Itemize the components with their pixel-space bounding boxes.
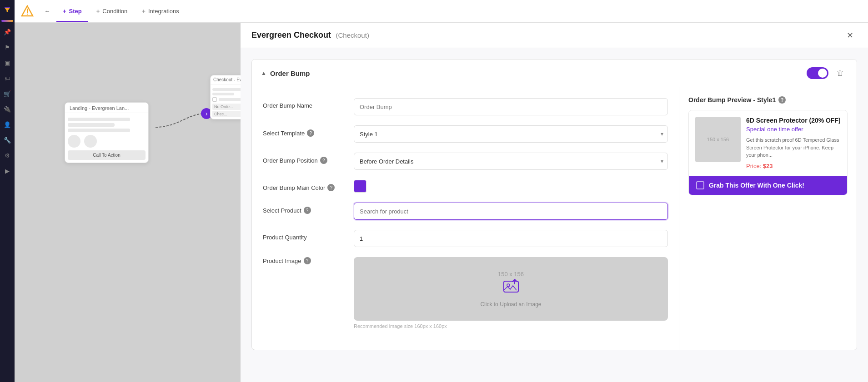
- landing-node-body: Call To Action: [65, 113, 148, 163]
- users-icon[interactable]: 👤: [1, 118, 14, 131]
- funnel-icon[interactable]: [1, 4, 14, 16]
- tag-icon[interactable]: 🏷: [1, 72, 14, 84]
- preview-offer-tag: Special one time offer: [746, 126, 841, 133]
- modal-body: ▲ Order Bump 🗑: [241, 48, 868, 382]
- order-bump-title-wrap: ▲ Order Bump: [261, 69, 310, 77]
- tab-integrations[interactable]: + Integrations: [135, 5, 186, 17]
- skeleton-line: [68, 129, 130, 132]
- canvas: ⚙ 👁 › Landing - Evergreen Lan... Call To…: [15, 23, 868, 382]
- select-template-dropdown[interactable]: Style 1 Style 2 Style 3: [354, 125, 668, 143]
- color-help-icon[interactable]: ?: [327, 184, 335, 191]
- template-help-icon[interactable]: ?: [307, 129, 314, 137]
- position-help-icon[interactable]: ?: [320, 157, 327, 164]
- image-size-hint: Recommended image size 160px x 160px: [354, 323, 668, 329]
- main-area: ← + Step + Condition + Integrations ⚙ 👁 …: [15, 0, 868, 382]
- upload-label: Click to Upload an Image: [480, 301, 541, 308]
- product-quantity-label: Product Quantity: [263, 230, 354, 241]
- select-template-label: Select Template ?: [263, 125, 354, 137]
- tab-step[interactable]: + Step: [56, 5, 88, 17]
- order-bump-color-label: Order Bump Main Color ?: [263, 180, 354, 191]
- puzzle-icon[interactable]: 🔌: [1, 103, 14, 115]
- delete-order-bump-button[interactable]: 🗑: [833, 66, 848, 80]
- modal-title-wrap: Evergreen Checkout (Checkout): [251, 30, 369, 40]
- preview-price-value: $23: [763, 163, 773, 169]
- app-logo: [20, 4, 35, 19]
- product-image-control: 150 x 156: [354, 257, 668, 329]
- select-product-control: [354, 203, 668, 220]
- form-section: Order Bump Name Select Template: [252, 87, 679, 350]
- image-size-label: 150 x 156: [498, 271, 524, 278]
- preview-content: 6D Screen Protector (20% OFF) Special on…: [746, 117, 841, 169]
- preview-description: Get this scratch proof 6D Tempered Glass…: [746, 136, 841, 159]
- layers-icon[interactable]: ▣: [1, 56, 14, 69]
- order-bump-toggle[interactable]: [807, 67, 828, 79]
- settings-icon[interactable]: ⚙: [1, 149, 14, 162]
- top-nav: ← + Step + Condition + Integrations: [15, 0, 868, 23]
- order-bump-name-row: Order Bump Name: [263, 98, 668, 115]
- preview-product-name: 6D Screen Protector (20% OFF): [746, 117, 841, 124]
- modal-header: Evergreen Checkout (Checkout) ✕: [241, 23, 868, 48]
- play-icon[interactable]: ▶: [1, 164, 14, 177]
- preview-cta-checkbox: [696, 181, 704, 189]
- search-product-input[interactable]: [354, 203, 668, 220]
- pin-icon[interactable]: 📌: [1, 25, 14, 38]
- skeleton-checkbox: [212, 97, 217, 102]
- skeleton-circle: [84, 135, 97, 148]
- image-upload-area[interactable]: 150 x 156: [354, 257, 668, 321]
- product-image-label: Product Image ?: [263, 257, 354, 264]
- order-bump-position-row: Order Bump Position ? Before Order Detai…: [263, 153, 668, 170]
- svg-rect-3: [504, 281, 518, 292]
- image-help-icon[interactable]: ?: [304, 257, 311, 264]
- product-quantity-row: Product Quantity: [263, 230, 668, 247]
- woo-icon[interactable]: 🛒: [1, 87, 14, 100]
- preview-price: Price: $23: [746, 163, 841, 169]
- product-help-icon[interactable]: ?: [304, 207, 311, 214]
- order-bump-name-input[interactable]: [354, 98, 668, 115]
- skeleton-line: [68, 123, 115, 127]
- color-swatch[interactable]: [354, 180, 366, 193]
- order-bump-name-control: [354, 98, 668, 115]
- order-bump-color-control: [354, 180, 668, 193]
- flag-icon[interactable]: ⚑: [1, 41, 14, 54]
- upload-icon: [502, 278, 520, 299]
- preview-card-body: 150 x 156 6D Screen Protector (20% OFF) …: [689, 110, 847, 176]
- skeleton-line: [212, 93, 234, 95]
- order-bump-name-label: Order Bump Name: [263, 98, 354, 109]
- skeleton-line: [68, 118, 130, 121]
- order-bump-position-dropdown[interactable]: Before Order Details After Order Details: [354, 153, 668, 170]
- tool-icon[interactable]: 🔧: [1, 134, 14, 146]
- collapse-icon[interactable]: ▲: [261, 70, 266, 76]
- select-template-row: Select Template ? Style 1 Style 2 Style …: [263, 125, 668, 143]
- modal-subtitle: (Checkout): [336, 31, 369, 39]
- select-product-row: Select Product ?: [263, 203, 668, 220]
- preview-card: 150 x 156 6D Screen Protector (20% OFF) …: [688, 110, 848, 195]
- order-bump-color-row: Order Bump Main Color ?: [263, 180, 668, 193]
- skeleton-circle: [68, 135, 80, 148]
- modal-close-button[interactable]: ✕: [843, 28, 857, 43]
- brand-bar: [1, 20, 13, 22]
- modal-title: Evergreen Checkout: [251, 30, 331, 40]
- back-button[interactable]: ←: [40, 4, 55, 19]
- landing-node[interactable]: Landing - Evergreen Lan... Call To Actio…: [65, 102, 149, 163]
- preview-section: Order Bump Preview - Style1 ? 150 x 156: [679, 87, 857, 350]
- order-bump-title: Order Bump: [270, 69, 310, 77]
- tab-condition[interactable]: + Condition: [90, 5, 134, 17]
- preview-title: Order Bump Preview - Style1 ?: [688, 96, 848, 104]
- header-actions: 🗑: [807, 66, 848, 80]
- modal-overlay: Evergreen Checkout (Checkout) ✕ ▲ Order …: [241, 23, 868, 382]
- preview-cta-label: Grab This Offer With One Click!: [709, 182, 804, 189]
- order-bump-card-body: Order Bump Name Select Template: [252, 87, 857, 350]
- sidebar: 📌 ⚑ ▣ 🏷 🛒 🔌 👤 🔧 ⚙ ▶: [0, 0, 15, 382]
- svg-point-2: [27, 13, 28, 14]
- product-quantity-control: [354, 230, 668, 247]
- preview-cta-button[interactable]: Grab This Offer With One Click!: [689, 176, 847, 195]
- cta-label: Call To Action: [68, 150, 146, 160]
- select-template-control: Style 1 Style 2 Style 3 ▾: [354, 125, 668, 143]
- order-bump-position-control: Before Order Details After Order Details…: [354, 153, 668, 170]
- order-bump-card-header: ▲ Order Bump 🗑: [252, 60, 857, 87]
- product-image-row: Product Image ? 150 x 156: [263, 257, 668, 329]
- preview-image: 150 x 156: [695, 117, 741, 162]
- landing-node-header: Landing - Evergreen Lan...: [65, 103, 148, 113]
- product-quantity-input[interactable]: [354, 230, 668, 247]
- preview-help-icon[interactable]: ?: [778, 96, 786, 104]
